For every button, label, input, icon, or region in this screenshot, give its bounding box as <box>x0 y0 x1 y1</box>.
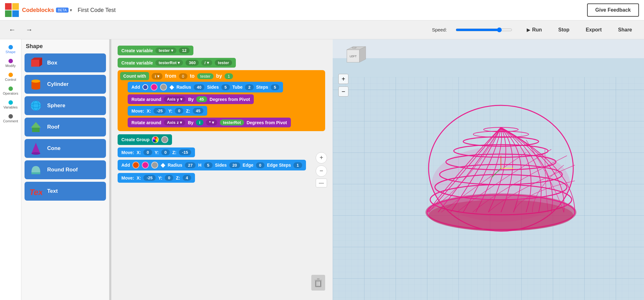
shape-btn-cylinder[interactable]: Cylinder <box>25 75 106 94</box>
zoom-out-button[interactable]: − <box>316 165 327 177</box>
text-shape-icon: Text <box>29 184 43 198</box>
move2-z[interactable]: -15 <box>179 149 191 155</box>
dropdown-arrow-icon[interactable]: ▾ <box>70 8 72 13</box>
shape-btn-cone[interactable]: Cone <box>25 139 106 158</box>
viewport-zoom-in-button[interactable]: + <box>338 74 348 84</box>
sidebar-shape-label: Shape <box>6 50 16 54</box>
axis-z-dropdown[interactable]: Axis z ▾ <box>164 119 186 125</box>
code-canvas[interactable]: Create variable tester ▾ 12 Create varia… <box>111 39 333 300</box>
move1-x[interactable]: -25 <box>153 108 166 114</box>
variables-dot-icon <box>8 100 13 105</box>
svg-rect-3 <box>12 10 19 17</box>
create-var-block-1[interactable]: Create variable tester ▾ 12 <box>118 46 193 55</box>
shape-btn-text[interactable]: Text Text <box>25 182 106 201</box>
move2-x[interactable]: 0 <box>143 149 152 155</box>
sidebar-item-variables[interactable]: Variables <box>1 98 20 111</box>
by-45-val[interactable]: 45 <box>196 96 207 102</box>
sidebar-item-comment[interactable]: Comment <box>1 112 20 125</box>
view-cube[interactable]: LEFT TOP <box>342 45 367 70</box>
subtract-icon <box>142 84 148 90</box>
rainbow-circle-icon <box>152 136 159 143</box>
shape-btn-round-roof[interactable]: Round Roof <box>25 160 106 179</box>
zoom-in-button[interactable]: + <box>316 152 327 164</box>
edge-steps2-val[interactable]: 1 <box>293 162 302 168</box>
move2-y[interactable]: 0 <box>161 149 170 155</box>
axis-y-dropdown[interactable]: Axis y ▾ <box>164 96 186 102</box>
trash-button[interactable] <box>311 275 325 291</box>
stop-button[interactable]: Stop <box>552 25 575 35</box>
sides-val[interactable]: 5 <box>221 84 230 90</box>
rotate-z-block-group: Rotate around Axis z ▾ By i * ▾ testerRo… <box>128 118 323 127</box>
sides2-val[interactable]: 20 <box>229 162 240 168</box>
svg-text:Text: Text <box>30 187 42 197</box>
share-button[interactable]: Share <box>613 25 638 35</box>
add-cylinder-block-group: Add ◆ Radius 27 H 5 Sides 20 Edge 0 Edge… <box>118 160 326 170</box>
tester-value[interactable]: 12 <box>179 47 190 53</box>
redo-button[interactable]: → <box>23 25 35 35</box>
viewport[interactable]: LEFT TOP + − <box>333 39 644 300</box>
radius-val[interactable]: 40 <box>194 84 204 90</box>
create-group-block[interactable]: Create Group <box>118 134 172 145</box>
tester-dropdown[interactable]: tester ▾ <box>155 47 176 53</box>
svg-point-11 <box>31 101 41 111</box>
move1-y[interactable]: 0 <box>175 108 183 114</box>
run-button[interactable]: ▶ Run <box>521 25 547 35</box>
zoom-fit-button[interactable]: — <box>316 179 327 187</box>
i-dropdown[interactable]: i ▾ <box>152 73 163 80</box>
create-var-block-2[interactable]: Create variable testerRot ▾ 360 / ▾ test… <box>118 58 236 68</box>
move1-block[interactable]: Move: X: -25 Y: 0 Z: 45 <box>128 106 207 116</box>
from-val[interactable]: 0 <box>179 73 187 79</box>
move3-y[interactable]: 0 <box>165 175 173 181</box>
move3-block-group: Move: X: -25 Y: 0 Z: 4 <box>118 173 326 183</box>
roof-label: Roof <box>47 124 59 130</box>
move3-block[interactable]: Move: X: -25 Y: 0 Z: 4 <box>118 173 195 183</box>
speed-slider[interactable] <box>456 27 512 32</box>
rot-360-val[interactable]: 360 <box>186 60 199 66</box>
gray-circle-icon <box>160 84 167 91</box>
sidebar-item-modify[interactable]: Modify <box>1 57 20 69</box>
move1-z[interactable]: 45 <box>193 108 203 114</box>
project-name[interactable]: First Code Test <box>78 7 587 14</box>
rotate-y-block[interactable]: Rotate around Axis y ▾ By 45 Degrees fro… <box>128 94 254 104</box>
undo-button[interactable]: ← <box>6 25 18 35</box>
export-button[interactable]: Export <box>580 25 608 35</box>
rotate-z-block[interactable]: Rotate around Axis z ▾ By i * ▾ testerRo… <box>128 118 291 127</box>
tester-ref[interactable]: tester <box>215 60 232 66</box>
count-with-block-wrap[interactable]: Count with i ▾ from 0 to tester by 1 Add <box>118 70 325 131</box>
radius2-val[interactable]: 27 <box>185 162 196 168</box>
move3-z[interactable]: 4 <box>183 175 191 181</box>
h2-val[interactable]: 5 <box>204 162 213 168</box>
sidebar-variables-label: Variables <box>3 105 18 109</box>
by-1-val[interactable]: 1 <box>225 73 233 79</box>
tester-rot-ref[interactable]: testerRot <box>220 119 244 125</box>
svg-point-10 <box>31 80 40 83</box>
shape-panel-title: Shape <box>25 43 106 50</box>
sidebar-item-control[interactable]: Control <box>1 71 20 83</box>
viewport-zoom-out-button[interactable]: − <box>338 86 348 97</box>
add-sphere-block[interactable]: Add ◆ Radius 40 Sides 5 Tube 2 Steps 5 <box>128 82 283 92</box>
move3-x[interactable]: -25 <box>143 175 156 181</box>
mul-dropdown[interactable]: * ▾ <box>206 119 217 125</box>
svg-point-49 <box>429 200 573 231</box>
edge2-val[interactable]: 0 <box>256 162 264 168</box>
shape-btn-roof[interactable]: Roof <box>25 118 106 136</box>
run-label: Run <box>532 27 542 33</box>
speed-label: Speed: <box>432 27 447 32</box>
top-bar: Codeblocks BETA ▾ First Code Test Give F… <box>0 0 644 20</box>
steps-val[interactable]: 5 <box>271 84 279 90</box>
move2-block[interactable]: Move: X: 0 Y: 0 Z: -15 <box>118 147 195 157</box>
give-feedback-button[interactable]: Give Feedback <box>587 3 639 17</box>
tube-val[interactable]: 2 <box>245 84 253 90</box>
div-dropdown[interactable]: / ▾ <box>201 60 212 66</box>
sidebar-item-shape[interactable]: Shape <box>1 43 20 56</box>
to-tester-val[interactable]: tester <box>197 73 214 79</box>
less-than-icon: ◆ <box>169 84 174 91</box>
add-cylinder-block[interactable]: Add ◆ Radius 27 H 5 Sides 20 Edge 0 Edge… <box>118 160 306 170</box>
sidebar-item-operators[interactable]: Operators <box>1 85 20 97</box>
shape-btn-box[interactable]: Box <box>25 53 106 72</box>
shape-panel: Shape Box Cylinder <box>21 39 109 300</box>
pink-circle2-icon <box>142 162 149 169</box>
tester-rot-dropdown[interactable]: testerRot ▾ <box>155 60 183 66</box>
rot2-i-val[interactable]: i <box>196 119 203 125</box>
shape-btn-sphere[interactable]: Sphere <box>25 96 106 115</box>
